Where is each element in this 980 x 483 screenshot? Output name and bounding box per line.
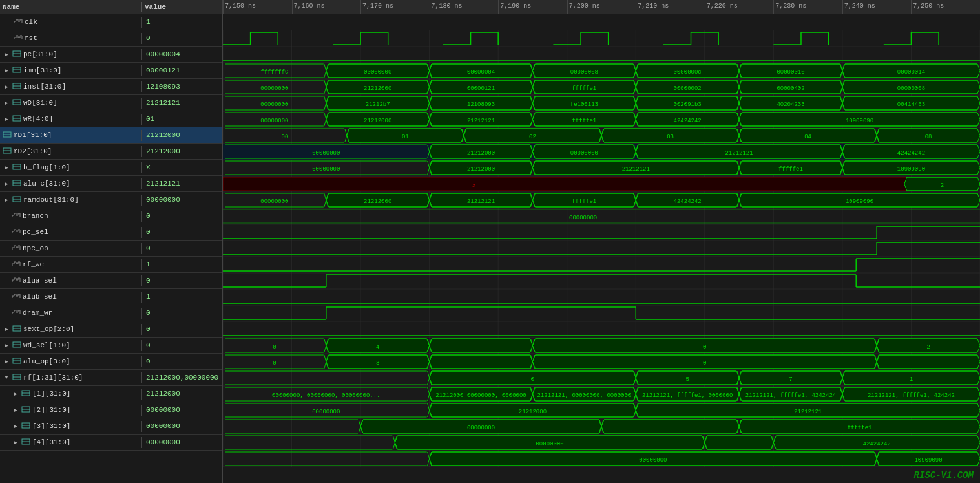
signal-value-dram_wr: 0 <box>142 308 222 318</box>
svg-text:00000000: 00000000 <box>312 409 340 415</box>
signal-row-rf[interactable]: ▼rf[1:31][31:0]21212000,00000000 <box>0 370 222 386</box>
signal-row-sext_op[interactable]: ▶sext_op[2:0]0 <box>0 321 222 338</box>
expand-sext_op[interactable]: ▶ <box>3 325 10 333</box>
svg-text:00000000: 00000000 <box>536 441 563 447</box>
signal-row-inst[interactable]: ▶inst[31:0]12108093 <box>0 79 222 95</box>
signal-label-rD2: rD2[31:0] <box>14 147 52 155</box>
svg-text:0: 0 <box>531 376 534 383</box>
signal-row-rf_we[interactable]: rf_we1 <box>0 257 222 273</box>
signal-label-alu_op: alu_op[3:0] <box>23 358 70 365</box>
signal-row-rf3[interactable]: ▶[3][31:0]00000000 <box>0 418 222 435</box>
bus-icon-rD2 <box>3 147 12 156</box>
expand-rf4[interactable]: ▶ <box>12 438 19 446</box>
timeline-label-9: 7,240 ns <box>842 0 912 14</box>
signal-row-b_flag[interactable]: ▶b_flag[1:0]X <box>0 160 222 176</box>
signal-value-wd_sel: 0 <box>142 340 222 350</box>
signal-value-ramdout: 00000000 <box>142 195 222 205</box>
expand-rf[interactable]: ▼ <box>3 374 10 381</box>
svg-text:21212000: 21212000 <box>467 166 495 173</box>
signal-row-alua_sel[interactable]: alua_sel0 <box>0 273 222 289</box>
signal-row-wR[interactable]: ▶wR[4:0]01 <box>0 111 222 127</box>
expand-wD[interactable]: ▶ <box>3 99 10 107</box>
signal-row-rf1[interactable]: ▶[1][31:0]21212000 <box>0 386 222 402</box>
signal-row-alu_op[interactable]: ▶alu_op[3:0]0 <box>0 354 222 370</box>
signal-row-rf4[interactable]: ▶[4][31:0]00000000 <box>0 435 222 451</box>
svg-text:42424242: 42424242 <box>674 199 702 205</box>
signal-label-alub_sel: alub_sel <box>23 293 57 301</box>
signal-name-rf_we: rf_we <box>0 259 142 270</box>
signal-value-clk: 1 <box>142 17 222 27</box>
signal-value-wD: 21212121 <box>142 98 222 108</box>
value-header: Value <box>142 2 222 12</box>
expand-alu_c[interactable]: ▶ <box>3 180 10 188</box>
signal-row-pc_sel[interactable]: pc_sel0 <box>0 224 222 241</box>
signal-row-npc_op[interactable]: npc_op0 <box>0 241 222 257</box>
bit-icon-clk <box>14 18 23 27</box>
signal-name-rf3: ▶[3][31:0] <box>0 421 142 432</box>
signal-value-alub_sel: 1 <box>142 292 222 302</box>
signal-row-branch[interactable]: branch0 <box>0 208 222 224</box>
signal-value-rf_we: 1 <box>142 259 222 270</box>
expand-alu_op[interactable]: ▶ <box>3 358 10 365</box>
signal-row-dram_wr[interactable]: dram_wr0 <box>0 305 222 321</box>
bus-icon-alu_c <box>12 180 21 188</box>
timeline-label-1: 7,160 ns <box>292 0 361 14</box>
signal-row-rf2[interactable]: ▶[2][31:0]00000000 <box>0 402 222 418</box>
expand-b_flag[interactable]: ▶ <box>3 164 10 171</box>
signal-row-ramdout[interactable]: ▶ramdout[31:0]00000000 <box>0 192 222 208</box>
signal-value-imm: 00000121 <box>142 65 222 76</box>
signal-name-wd_sel: ▶wd_sel[1:0] <box>0 340 142 351</box>
timeline-labels: 7,150 ns7,160 ns7,170 ns7,180 ns7,190 ns… <box>223 0 980 14</box>
svg-text:42424242: 42424242 <box>863 441 891 447</box>
svg-text:10909090: 10909090 <box>897 166 925 173</box>
timeline-label-6: 7,210 ns <box>636 0 705 14</box>
svg-text:x: x <box>472 182 475 189</box>
signal-row-rD2[interactable]: rD2[31:0]21212000 <box>0 144 222 160</box>
signal-row-imm[interactable]: ▶imm[31:0]00000121 <box>0 63 222 79</box>
signal-name-rf4: ▶[4][31:0] <box>0 437 142 448</box>
svg-rect-179 <box>223 177 965 191</box>
svg-text:21212b7: 21212b7 <box>366 102 390 108</box>
timeline-label-4: 7,190 ns <box>498 0 567 14</box>
expand-rf2[interactable]: ▶ <box>12 406 19 414</box>
svg-text:21212000: 21212000 <box>364 118 391 124</box>
expand-imm[interactable]: ▶ <box>3 67 10 74</box>
svg-text:00000000: 00000000 <box>569 215 597 221</box>
signal-row-wd_sel[interactable]: ▶wd_sel[1:0]0 <box>0 338 222 354</box>
expand-inst[interactable]: ▶ <box>3 83 10 91</box>
bit-icon-alub_sel <box>12 293 21 301</box>
signal-row-clk[interactable]: clk1 <box>0 14 222 30</box>
signal-row-pc[interactable]: ▶pc[31:0]00000004 <box>0 47 222 63</box>
bus-icon-b_flag <box>12 164 21 172</box>
signal-label-branch: branch <box>23 212 48 220</box>
signal-label-rf1: [1][31:0] <box>32 390 70 398</box>
svg-text:00000000: 00000000 <box>570 150 598 156</box>
signal-row-alub_sel[interactable]: alub_sel1 <box>0 289 222 305</box>
waveform-panel: 7,150 ns7,160 ns7,170 ns7,180 ns7,190 ns… <box>223 0 980 483</box>
signal-value-b_flag: X <box>142 162 222 173</box>
signal-label-pc_sel: pc_sel <box>23 228 48 236</box>
signal-name-pc: ▶pc[31:0] <box>0 49 142 60</box>
signal-row-rst[interactable]: rst0 <box>0 30 222 47</box>
signal-label-rf_we: rf_we <box>23 261 44 268</box>
svg-text:21212000: 21212000 <box>364 199 391 205</box>
svg-text:08: 08 <box>925 134 932 140</box>
signal-row-rD1[interactable]: rD1[31:0]21212000 <box>0 127 222 144</box>
signal-row-alu_c[interactable]: ▶alu_c[31:0]21212121 <box>0 176 222 192</box>
expand-pc[interactable]: ▶ <box>3 50 10 58</box>
signal-name-alu_op: ▶alu_op[3:0] <box>0 356 142 367</box>
expand-wd_sel[interactable]: ▶ <box>3 341 10 349</box>
svg-text:00000402: 00000402 <box>777 85 804 92</box>
expand-rf3[interactable]: ▶ <box>12 422 19 430</box>
expand-wR[interactable]: ▶ <box>3 115 10 123</box>
main-container: Name Value clk1rst0▶pc[31:0]00000004▶imm… <box>0 0 980 483</box>
signal-row-wD[interactable]: ▶wD[31:0]21212121 <box>0 95 222 111</box>
svg-text:21212121, fffffe1, 0000000: 21212121, fffffe1, 0000000 <box>642 392 733 399</box>
expand-rf1[interactable]: ▶ <box>12 390 19 398</box>
svg-text:40204233: 40204233 <box>777 102 804 108</box>
svg-text:00414463: 00414463 <box>897 102 925 108</box>
signal-value-sext_op: 0 <box>142 324 222 334</box>
expand-ramdout[interactable]: ▶ <box>3 196 10 204</box>
svg-text:21212121, fffffe1, 424242: 21212121, fffffe1, 424242 <box>868 392 955 399</box>
bus-icon-ramdout <box>12 196 21 204</box>
